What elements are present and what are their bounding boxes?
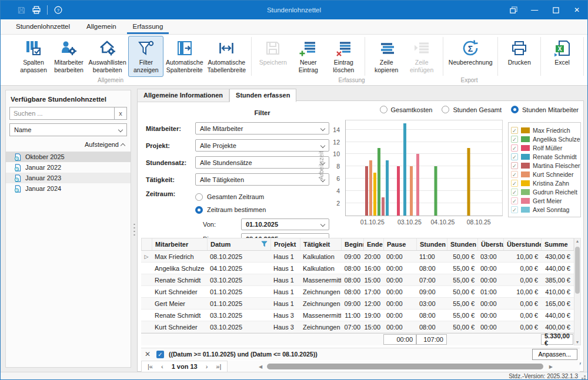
sort-field-select[interactable]: Name	[9, 123, 127, 136]
column-header-summe[interactable]: Summe	[542, 238, 574, 250]
legend-checkbox[interactable]: ✓	[511, 206, 518, 213]
help-icon[interactable]: ?	[54, 5, 63, 15]
legend-checkbox[interactable]: ✓	[511, 127, 518, 134]
column-header-pause[interactable]: Pause	[384, 238, 417, 250]
search-input[interactable]	[9, 107, 114, 120]
filter-select-mitarbeiter-[interactable]: Alle Mitarbeiter	[195, 122, 329, 134]
legend-checkbox[interactable]: ✓	[511, 153, 518, 160]
column-header-mitarbeiter[interactable]: Mitarbeiter	[152, 238, 208, 250]
legend-checkbox[interactable]: ✓	[511, 171, 518, 178]
table-vertical-scrollbar[interactable]: ▲ ▼	[574, 238, 581, 345]
menu-tab-stundenlohnzettel[interactable]: Stundenlohnzettel	[10, 19, 76, 34]
column-header-stunden[interactable]: Stunden	[417, 238, 447, 250]
column-header-ende[interactable]: Ende	[364, 238, 384, 250]
scroll-right-arrow[interactable]: ▶	[549, 364, 553, 369]
column-header-beginn[interactable]: Beginn	[342, 238, 364, 250]
column-header-stunden[interactable]: Stunden	[447, 238, 478, 250]
filter-select-projekt-[interactable]: Alle Projekte	[195, 139, 329, 152]
radio-gesamten-zeitraum[interactable]: Gesamten Zeitraum	[195, 190, 266, 203]
ribbon-button-zeile-kopieren[interactable]: Zeilekopieren	[369, 36, 404, 77]
list-item-januar-2024[interactable]: Januar 2024	[6, 183, 131, 194]
column-header-überstun[interactable]: Überstun	[478, 238, 504, 250]
chevron-down-icon	[320, 126, 325, 130]
sort-field-value: Name	[14, 126, 119, 133]
table-cell: 50,00 €	[447, 251, 477, 262]
scroll-down-arrow[interactable]: ▼	[574, 340, 580, 344]
table-row[interactable]: Kurt Schneider01.10.2025Haus 1Zeichnunge…	[141, 286, 581, 298]
scroll-up-arrow[interactable]: ▲	[574, 239, 580, 243]
table-row[interactable]: Gert Meier01.10.2025Haus 1Zeichnungen09:…	[141, 298, 581, 310]
legend-checkbox[interactable]: ✓	[511, 180, 518, 187]
ribbon-button-mitarbeiter-bearbeiten[interactable]: Mitarbeiterbearbeiten	[51, 36, 86, 77]
column-filter-icon[interactable]	[261, 241, 268, 248]
table-row[interactable]: ▷Max Friedrich08.10.2025Haus 1Kalkulatio…	[141, 251, 581, 263]
chart-mode-radio-gesamtkosten[interactable]: Gesamtkosten	[380, 106, 433, 113]
filter-select-tätigkeit-[interactable]: Alle Tätigkeiten	[195, 173, 329, 186]
legend-color-swatch	[521, 136, 530, 142]
chart-mode-radio-stunden-mitarbeiter[interactable]: Stunden Mitarbeiter	[511, 106, 579, 113]
filter-active-checkbox[interactable]: ✓	[156, 351, 164, 358]
von-date-select[interactable]: 01.10.2025	[241, 218, 329, 230]
ribbon-button-neuer-eintrag[interactable]: NeuerEintrag	[290, 36, 326, 77]
next-page-button[interactable]: ›	[206, 363, 208, 370]
list-item-januar-2023[interactable]: Januar 2023	[6, 173, 131, 183]
printer-icon[interactable]	[32, 5, 41, 15]
legend-checkbox[interactable]: ✓	[511, 144, 518, 152]
tab-allgemeine-informationen[interactable]: Allgemeine Informationen	[137, 89, 229, 102]
list-item-oktober-2025[interactable]: Oktober 2025	[6, 152, 131, 162]
ribbon-button-excel[interactable]: XExcel	[544, 36, 580, 77]
column-header-datum[interactable]: Datum	[208, 238, 271, 250]
scroll-left-arrow[interactable]: ◀	[259, 364, 262, 369]
table-cell: 08:00	[416, 310, 447, 321]
ribbon-button-eintrag-löschen[interactable]: Eintraglöschen	[326, 36, 361, 77]
ribbon-button-spalten-anpassen[interactable]: Spaltenanpassen	[16, 36, 51, 77]
table-cell: 00:00	[477, 310, 503, 321]
legend-item-axel-sonntag: ✓Axel Sonntag	[511, 205, 578, 214]
dock-window-icon[interactable]	[503, 1, 524, 19]
close-icon[interactable]: ✕	[566, 1, 587, 19]
filter-adjust-button[interactable]: Anpassen...	[532, 349, 577, 360]
splitter-handle[interactable]	[133, 223, 136, 236]
table-cell: 55,00 €	[447, 274, 477, 285]
pager: |« ‹ 1 von 13 › »| ◀ ▶	[141, 361, 580, 372]
legend-checkbox[interactable]: ✓	[511, 189, 518, 196]
table-row[interactable]: Renate Schmidt03.10.2025Haus 1Massenermi…	[141, 274, 581, 286]
column-header-projekt[interactable]: Projekt	[271, 238, 300, 250]
chart-mode-radio-stunden-gesamt[interactable]: Stunden Gesamt	[442, 106, 502, 113]
scrollbar-thumb[interactable]	[575, 247, 580, 294]
table-row[interactable]: Renate Schmidt03.10.2025Haus 3Massenermi…	[141, 310, 581, 321]
first-page-button[interactable]: |«	[148, 363, 153, 370]
ribbon-button-automatische-spaltenbreite[interactable]: AutomatischeSpaltenbreite	[163, 36, 205, 77]
sheet-clock-icon	[14, 153, 22, 161]
filter-close-icon[interactable]: ✕	[143, 350, 152, 358]
table-cell: 01:00	[477, 286, 503, 297]
ribbon-button-drucken[interactable]: Drucken	[502, 36, 537, 77]
legend-checkbox[interactable]: ✓	[511, 162, 518, 169]
legend-checkbox[interactable]: ✓	[511, 197, 518, 204]
last-page-button[interactable]: »|	[216, 363, 221, 370]
ribbon-button-auswahllisten-bearbeiten[interactable]: Auswahllistenbearbeiten	[86, 36, 128, 77]
minimize-icon[interactable]: —	[524, 1, 545, 19]
legend-checkbox[interactable]: ✓	[511, 136, 518, 143]
column-header-überstunden[interactable]: Überstunden	[504, 238, 542, 250]
window-controls: — ✕	[503, 1, 587, 19]
table-row[interactable]: Angelika Schulze04.10.2025Haus 1Kalkulat…	[141, 263, 581, 274]
scrollbar-thumb[interactable]	[267, 364, 543, 369]
table-row[interactable]: Kurt Schneider03.10.2025Haus 3Zeichnunge…	[141, 321, 581, 333]
sort-order-toggle[interactable]: Aufsteigend	[6, 136, 131, 152]
menu-tab-allgemein[interactable]: Allgemein	[81, 19, 122, 34]
resize-grip[interactable]	[584, 378, 586, 379]
ribbon-button-automatische-tabellenbreite[interactable]: AutomatischeTabellenbreite	[205, 36, 248, 77]
filter-select-stundensatz-[interactable]: Alle Stundensätze	[195, 156, 329, 169]
radio-zeitraum-bestimmen[interactable]: Zeitraum bestimmen	[195, 203, 266, 216]
previous-page-button[interactable]: ‹	[161, 363, 163, 370]
column-header-tätigkeit[interactable]: Tätigkeit	[300, 238, 342, 250]
search-clear-button[interactable]: x	[114, 107, 127, 120]
ribbon-button-neuberechnung[interactable]: ΣNeuberechnung	[447, 36, 494, 77]
ribbon-button-filter-anzeigen[interactable]: Filteranzeigen	[128, 36, 163, 77]
list-item-januar-2022[interactable]: Januar 2022	[6, 162, 131, 173]
horizontal-scrollbar[interactable]: ◀ ▶	[259, 362, 580, 371]
maximize-icon[interactable]	[545, 1, 566, 19]
menu-tab-erfassung[interactable]: Erfassung	[127, 19, 169, 34]
tab-stunden-erfassen[interactable]: Stunden erfassen	[229, 89, 296, 102]
